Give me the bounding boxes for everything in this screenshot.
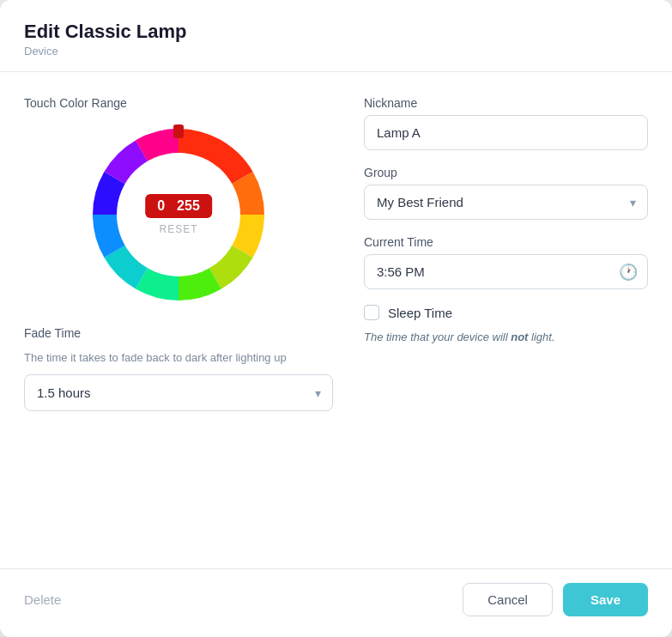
group-label: Group [364, 166, 648, 179]
svg-rect-1 [173, 124, 184, 138]
clock-icon: 🕐 [619, 263, 638, 282]
delete-button[interactable]: Delete [24, 592, 61, 607]
save-button[interactable]: Save [563, 583, 648, 616]
sleep-time-row: Sleep Time [364, 305, 648, 320]
cancel-button[interactable]: Cancel [463, 583, 553, 616]
reset-label[interactable]: RESET [159, 223, 197, 235]
right-panel: Nickname Group My Best FriendLiving Room… [364, 96, 648, 551]
group-select[interactable]: My Best FriendLiving RoomBedroomOffice [364, 185, 648, 220]
current-time-input-wrapper: 🕐 [364, 254, 648, 289]
fade-time-section: Fade Time The time it takes to fade back… [24, 326, 333, 411]
color-value-max: 255 [177, 198, 200, 214]
nickname-field-group: Nickname [364, 96, 648, 150]
sleep-time-section: Sleep Time The time that your device wil… [364, 305, 648, 346]
group-select-wrapper: My Best FriendLiving RoomBedroomOffice ▾ [364, 185, 648, 220]
nickname-label: Nickname [364, 96, 648, 110]
dialog-header: Edit Classic Lamp Device [0, 0, 672, 72]
dialog-subtitle: Device [24, 45, 648, 58]
fade-time-label: Fade Time [24, 326, 333, 340]
dialog-body: Touch Color Range [0, 72, 672, 568]
color-wheel-wrapper[interactable]: 0 255 RESET [84, 120, 273, 309]
current-time-label: Current Time [364, 235, 648, 249]
color-value-badge: 0 255 [145, 194, 212, 218]
nickname-input[interactable] [364, 115, 648, 150]
sleep-time-note: The time that your device will not light… [364, 331, 555, 343]
dialog-title: Edit Classic Lamp [24, 21, 648, 43]
sleep-time-label: Sleep Time [388, 306, 452, 320]
color-range-label: Touch Color Range [24, 96, 127, 110]
left-panel: Touch Color Range [24, 96, 333, 551]
group-field-group: Group My Best FriendLiving RoomBedroomOf… [364, 166, 648, 220]
current-time-input[interactable] [364, 254, 648, 289]
dialog-footer: Delete Cancel Save [0, 568, 672, 637]
current-time-field-group: Current Time 🕐 [364, 235, 648, 289]
edit-lamp-dialog: Edit Classic Lamp Device Touch Color Ran… [0, 0, 672, 637]
color-value-min: 0 [157, 198, 165, 214]
fade-time-description: The time it takes to fade back to dark a… [24, 350, 333, 366]
footer-actions: Cancel Save [463, 583, 648, 616]
color-wheel-center: 0 255 RESET [145, 194, 212, 235]
color-wheel-section: Touch Color Range [24, 96, 333, 309]
fade-time-select[interactable]: 0.5 hours1 hour1.5 hours2 hours3 hours4 … [24, 374, 333, 411]
fade-time-select-wrapper: 0.5 hours1 hour1.5 hours2 hours3 hours4 … [24, 374, 333, 411]
sleep-time-checkbox[interactable] [364, 305, 379, 320]
